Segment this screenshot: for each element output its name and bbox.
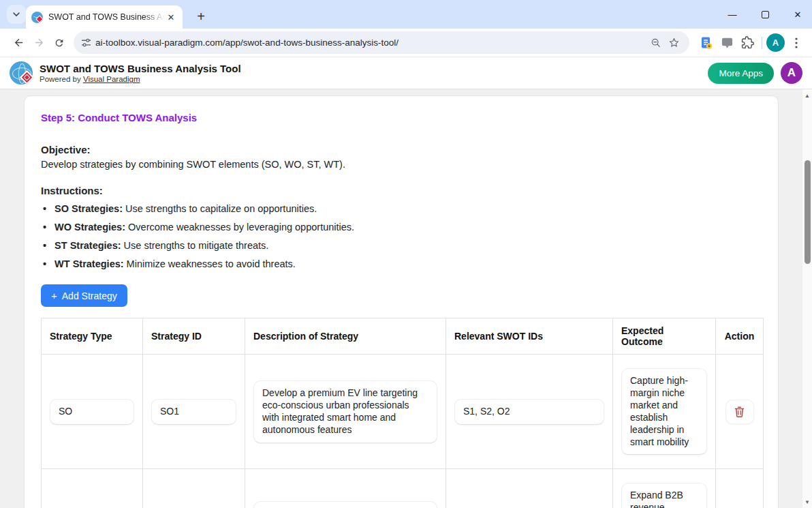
objective-text: Develop strategies by combining SWOT ele…	[41, 159, 762, 170]
minimize-button[interactable]: —	[728, 10, 737, 19]
table-header-row: Strategy Type Strategy ID Description of…	[42, 318, 764, 355]
maximize-button[interactable]	[760, 10, 770, 19]
plus-icon: +	[51, 290, 57, 301]
instructions-label: Instructions:	[41, 185, 762, 196]
strategy-description-textarea[interactable]: Launch a fleet-first EV service for last…	[253, 501, 437, 508]
puzzle-icon	[741, 36, 754, 49]
instruction-item: WO Strategies: Overcome weaknesses by le…	[43, 222, 762, 233]
instruction-text: Use strengths to capitalize on opportuni…	[123, 203, 317, 214]
back-arrow-icon	[13, 37, 25, 48]
visual-paradigm-favicon	[31, 12, 43, 23]
url-text[interactable]: ai-toolbox.visual-paradigm.com/app/swot-…	[95, 38, 647, 48]
browser-tab[interactable]: SWOT and TOWS Business Anal ✕	[26, 5, 183, 29]
header-expected-outcome: Expected Outcome	[613, 318, 716, 355]
kebab-menu-icon	[795, 38, 798, 48]
objective-label: Objective:	[41, 144, 762, 155]
app-title: SWOT and TOWS Business Analysis Tool	[40, 63, 241, 76]
visual-paradigm-link[interactable]: Visual Paradigm	[83, 75, 140, 83]
tab-close-icon[interactable]: ✕	[165, 11, 177, 23]
app-title-block: SWOT and TOWS Business Analysis Tool Pow…	[40, 63, 241, 84]
instruction-term: WO Strategies:	[54, 222, 125, 233]
user-avatar[interactable]: A	[781, 62, 802, 84]
instruction-term: ST Strategies:	[54, 240, 121, 251]
chat-extension-button[interactable]	[717, 33, 737, 53]
chevron-down-icon	[12, 10, 20, 18]
extensions-menu-button[interactable]	[737, 33, 758, 53]
close-window-button[interactable]: ✕	[793, 10, 802, 19]
new-tab-button[interactable]: +	[192, 8, 210, 25]
header-strategy-id: Strategy ID	[143, 318, 245, 355]
tab-search-button[interactable]	[7, 5, 26, 24]
table-row: SO SO1 Develop a premium EV line targeti…	[42, 355, 764, 469]
add-strategy-label: Add Strategy	[62, 290, 117, 301]
step-card: Step 5: Conduct TOWS Analysis Objective:…	[24, 95, 779, 508]
instruction-item: SO Strategies: Use strengths to capitali…	[43, 203, 762, 214]
speech-bubble-icon	[721, 36, 734, 49]
address-bar[interactable]: ai-toolbox.visual-paradigm.com/app/swot-…	[74, 31, 689, 54]
bookmark-star-button[interactable]	[665, 34, 683, 52]
strategy-type-input[interactable]: SO	[50, 399, 134, 425]
scroll-up-arrow[interactable]: ▲	[802, 91, 812, 100]
page-scrollbar[interactable]: ▲ ▼	[802, 89, 812, 508]
star-icon	[668, 37, 680, 48]
powered-by: Powered by Visual Paradigm	[40, 75, 241, 83]
strategy-id-input[interactable]: SO1	[151, 399, 236, 425]
instruction-text: Minimize weaknesses to avoid threats.	[124, 258, 296, 269]
back-button[interactable]	[8, 33, 29, 53]
page-content: Step 5: Conduct TOWS Analysis Objective:…	[0, 89, 812, 508]
header-swot-ids: Relevant SWOT IDs	[446, 318, 613, 355]
document-extension-icon	[700, 36, 713, 50]
app-header: SWOT and TOWS Business Analysis Tool Pow…	[0, 57, 812, 89]
more-apps-button[interactable]: More Apps	[708, 63, 774, 84]
tune-icon	[81, 38, 91, 48]
visual-paradigm-logo	[10, 61, 33, 85]
forward-button[interactable]	[29, 33, 49, 53]
instruction-term: SO Strategies:	[54, 203, 123, 214]
scrollbar-thumb[interactable]	[805, 160, 811, 264]
zoom-out-page-button[interactable]	[647, 34, 665, 52]
instruction-text: Overcome weaknesses by leveraging opport…	[125, 222, 354, 233]
instruction-term: WT Strategies:	[54, 258, 124, 269]
instruction-text: Use strengths to mitigate threats.	[121, 240, 269, 251]
browser-tab-strip: SWOT and TOWS Business Anal ✕ + — ✕	[0, 0, 812, 29]
instruction-item: ST Strategies: Use strengths to mitigate…	[43, 240, 762, 251]
expected-outcome-textarea[interactable]: Expand B2B revenue streams and achieve e…	[621, 483, 707, 508]
powered-by-prefix: Powered by	[40, 75, 83, 83]
add-strategy-button[interactable]: + Add Strategy	[41, 284, 127, 307]
refresh-button[interactable]	[49, 33, 69, 53]
header-strategy-type: Strategy Type	[42, 318, 143, 355]
zoom-minus-icon	[651, 38, 661, 48]
step-title: Step 5: Conduct TOWS Analysis	[41, 112, 762, 123]
tab-title: SWOT and TOWS Business Anal	[48, 12, 165, 22]
browser-toolbar: ai-toolbox.visual-paradigm.com/app/swot-…	[0, 29, 812, 57]
window-controls: — ✕	[728, 0, 802, 29]
forward-arrow-icon	[33, 37, 45, 48]
swot-ids-input[interactable]: S1, S2, O2	[454, 399, 604, 425]
scroll-down-arrow[interactable]: ▼	[802, 497, 812, 507]
refresh-icon	[54, 38, 65, 48]
instructions-list: SO Strategies: Use strengths to capitali…	[41, 203, 762, 269]
expected-outcome-textarea[interactable]: Capture high-margin niche market and est…	[621, 368, 707, 455]
header-action: Action	[716, 318, 764, 355]
browser-menu-button[interactable]	[787, 34, 805, 52]
browser-profile-avatar[interactable]: A	[766, 33, 785, 52]
trash-icon	[734, 406, 745, 417]
table-row: SO SO2 Launch a fleet-first EV service f…	[42, 469, 764, 508]
site-settings-button[interactable]	[76, 33, 95, 53]
instruction-item: WT Strategies: Minimize weaknesses to av…	[43, 258, 762, 269]
header-description: Description of Strategy	[245, 318, 446, 355]
strategies-table: Strategy Type Strategy ID Description of…	[41, 318, 764, 508]
docs-extension-button[interactable]	[696, 33, 717, 53]
delete-strategy-button[interactable]	[725, 400, 754, 424]
toolbar-divider	[762, 37, 762, 49]
strategy-description-textarea[interactable]: Develop a premium EV line targeting eco-…	[253, 380, 437, 443]
